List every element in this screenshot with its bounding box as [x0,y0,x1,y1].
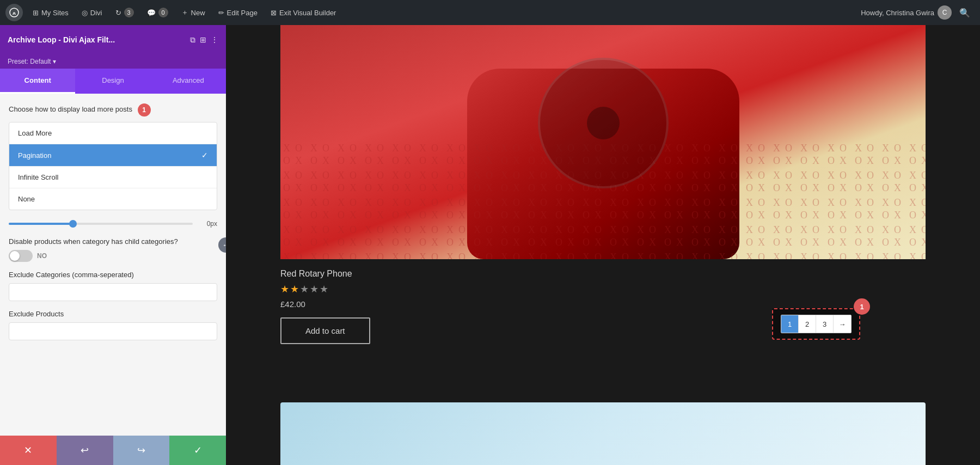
grid-icon[interactable]: ⊞ [200,35,206,45]
new-label: New [191,9,205,17]
user-avatar[interactable]: C [938,5,952,20]
slider-thumb[interactable] [69,220,77,228]
updates-count: 3 [124,8,134,17]
option-none[interactable]: None [9,188,217,210]
admin-bar-right: Howdy, Christina Gwira C 🔍 [861,3,975,22]
bottom-product-strip [280,402,926,465]
disable-products-toggle[interactable] [9,250,33,262]
tab-content[interactable]: Content [0,69,75,94]
my-sites-label: My Sites [41,9,69,17]
toggle-state-label: NO [37,252,47,260]
plus-icon: ＋ [181,8,188,17]
toggle-wrap: NO [9,250,217,262]
comments-count: 0 [158,8,168,17]
exclude-products-input[interactable] [9,322,217,340]
pagination-widget: 1 1 2 3 → [772,308,860,340]
confirm-button[interactable]: ✓ [169,436,226,465]
product-image-bg: X O O X [280,25,926,259]
product-stars: ★★★★★ [280,283,370,295]
main-layout: Archive Loop - Divi Ajax Filt... ⧉ ⊞ ⋮ P… [0,25,980,465]
my-sites-item[interactable]: ⊞ My Sites [27,0,74,25]
updates-icon: ↻ [115,9,121,17]
wordpress-icon[interactable] [5,4,23,21]
product-name: Red Rotary Phone [280,269,370,279]
option-infinite-scroll[interactable]: Infinite Scroll [9,167,217,188]
page-2-button[interactable]: 2 [799,315,816,333]
exclude-products-label: Exclude Products [9,310,217,318]
pencil-icon: ✏ [218,9,224,17]
panel-content: Choose how to display load more posts 1 … [0,94,226,436]
section1-badge: 1 [138,103,151,117]
pagination-badge: 1 [854,298,870,315]
pagination-pages: 1 2 3 → [781,315,852,333]
preset-label: Preset: Default [8,58,51,65]
product-info: Red Rotary Phone ★★★★★ £42.00 Add to car… [280,269,370,344]
exit-builder-label: Exit Visual Builder [279,9,336,17]
product-image-container: X O O X [280,25,926,259]
updates-item[interactable]: ↻ 3 [110,0,139,25]
slider-section: 0px [9,220,217,228]
selected-checkmark: ✓ [201,151,208,160]
phone-dial [538,58,669,188]
option-pagination[interactable]: Pagination ✓ [9,144,217,167]
window-icon[interactable]: ⧉ [190,35,195,45]
panel-title-text: Archive Loop - Divi Ajax Filt... [8,35,115,44]
page-next-button[interactable]: → [834,315,851,333]
admin-search-button[interactable]: 🔍 [955,3,975,22]
edit-page-item[interactable]: ✏ Edit Page [213,0,263,25]
slider-fill [9,223,73,225]
add-to-cart-button[interactable]: Add to cart [280,317,370,344]
bottom-product-inner [280,402,926,465]
new-item[interactable]: ＋ New [176,0,211,25]
divi-item[interactable]: ◎ Divi [76,0,108,25]
tab-bar: Content Design Advanced [0,69,226,94]
disable-products-field: Disable products when category has child… [9,237,217,262]
divi-icon: ◎ [82,9,88,17]
preset-bar: Preset: Default ▾ [0,54,226,69]
slider-track[interactable] [9,223,193,225]
disable-products-label: Disable products when category has child… [9,237,217,246]
slider-value: 0px [198,220,217,228]
redo-button[interactable]: ↪ [113,436,170,465]
exclude-products-field: Exclude Products [9,310,217,340]
exclude-cats-label: Exclude Categories (comma-seperated) [9,271,217,279]
preset-chevron[interactable]: ▾ [53,58,56,65]
tab-design[interactable]: Design [75,69,150,94]
slider-wrap: 0px [9,220,217,228]
divi-label: Divi [90,9,102,17]
exclude-cats-field: Exclude Categories (comma-seperated) [9,271,217,301]
right-preview: X O O X [226,25,980,465]
tab-advanced[interactable]: Advanced [151,69,226,94]
panel-title-area: Archive Loop - Divi Ajax Filt... [8,35,115,44]
bottom-bar: ✕ ↩ ↪ ✓ [0,436,226,465]
toggle-knob [10,251,20,261]
page-3-button[interactable]: 3 [816,315,834,333]
preview-inner: X O O X [226,25,980,465]
panel-header: Archive Loop - Divi Ajax Filt... ⧉ ⊞ ⋮ [0,25,226,54]
comments-icon: 💬 [147,9,156,17]
admin-bar: ⊞ My Sites ◎ Divi ↻ 3 💬 0 ＋ New ✏ Edit P… [0,0,980,25]
more-icon[interactable]: ⋮ [211,35,218,45]
panel-header-icons: ⧉ ⊞ ⋮ [190,35,218,45]
page-1-button[interactable]: 1 [781,315,799,333]
sites-icon: ⊞ [33,9,39,17]
pagination-dashed: 1 2 3 → [772,308,860,340]
edit-page-label: Edit Page [227,9,258,17]
howdy-label: Howdy, Christina Gwira [861,9,934,17]
section1-label: Choose how to display load more posts 1 [9,103,217,117]
exit-icon: ⊠ [271,9,277,17]
comments-item[interactable]: 💬 0 [142,0,174,25]
left-panel: Archive Loop - Divi Ajax Filt... ⧉ ⊞ ⋮ P… [0,25,226,465]
admin-bar-left: ⊞ My Sites ◎ Divi ↻ 3 💬 0 ＋ New ✏ Edit P… [5,0,861,25]
display-dropdown[interactable]: Load More Pagination ✓ Infinite Scroll N… [9,122,217,210]
option-load-more[interactable]: Load More [9,123,217,144]
exit-builder-item[interactable]: ⊠ Exit Visual Builder [265,0,342,25]
undo-button[interactable]: ↩ [57,436,113,465]
product-price: £42.00 [280,299,370,309]
phone-dial-center [587,107,620,139]
exclude-cats-input[interactable] [9,283,217,301]
cancel-button[interactable]: ✕ [0,436,57,465]
